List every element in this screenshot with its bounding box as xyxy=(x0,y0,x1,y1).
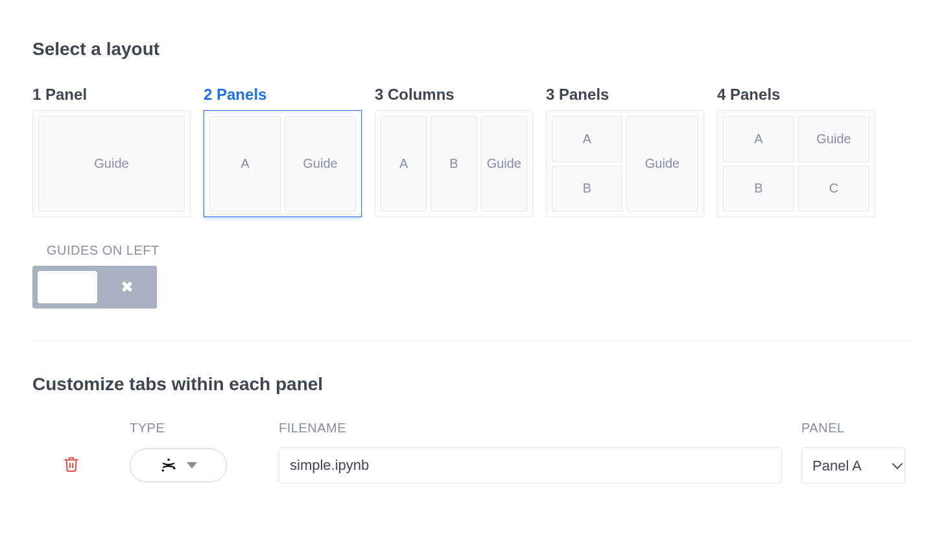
section-divider xyxy=(32,341,912,342)
panel-select[interactable]: Panel A xyxy=(801,447,905,484)
toggle-on-segment[interactable] xyxy=(38,271,97,303)
layout-title: 2 Panels xyxy=(204,86,362,104)
tabs-columns-header: TYPE FILENAME PANEL xyxy=(32,421,912,436)
layout-option-3-columns[interactable]: 3 Columns A B Guide xyxy=(375,86,533,217)
guides-on-left-label: GUIDES ON LEFT xyxy=(47,243,912,258)
layout-cell: Guide xyxy=(38,116,185,211)
col-header-type: TYPE xyxy=(130,421,259,436)
filename-input[interactable] xyxy=(279,447,782,484)
layout-cell: Guide xyxy=(626,116,698,211)
layout-cell: B xyxy=(431,116,477,211)
layout-cell: A xyxy=(381,116,427,211)
layout-cell: Guide xyxy=(481,116,527,211)
layout-preview: A B Guide xyxy=(375,110,533,217)
jupyter-icon xyxy=(159,456,178,474)
layout-cell: A xyxy=(552,116,622,162)
close-icon: ✖ xyxy=(121,278,134,296)
layout-title: 4 Panels xyxy=(717,86,875,104)
layout-cell: Guide xyxy=(285,116,356,211)
layout-cell: C xyxy=(798,166,869,212)
chevron-down-icon xyxy=(187,462,197,469)
col-header-filename: FILENAME xyxy=(279,421,782,436)
layout-options-row: 1 Panel Guide 2 Panels A Guide 3 Columns… xyxy=(32,86,912,217)
svg-point-2 xyxy=(162,469,165,472)
section-title-select-layout: Select a layout xyxy=(32,39,912,60)
layout-preview: A B Guide xyxy=(546,110,704,217)
col-header-panel: PANEL xyxy=(801,421,912,436)
layout-cell: Guide xyxy=(798,116,869,162)
layout-option-4-panels[interactable]: 4 Panels A B Guide C xyxy=(717,86,875,217)
layout-title: 3 Panels xyxy=(546,86,704,104)
layout-cell: A xyxy=(209,116,281,211)
layout-option-1-panel[interactable]: 1 Panel Guide xyxy=(32,86,191,217)
layout-title: 1 Panel xyxy=(32,86,191,104)
layout-cell: B xyxy=(552,166,622,212)
svg-point-0 xyxy=(167,459,170,461)
tab-row: Panel A xyxy=(32,447,912,484)
layout-option-2-panels[interactable]: 2 Panels A Guide xyxy=(204,86,362,217)
trash-icon[interactable] xyxy=(63,456,80,475)
layout-cell: A xyxy=(723,116,794,162)
type-selector[interactable] xyxy=(130,449,227,482)
toggle-off-segment[interactable]: ✖ xyxy=(97,266,157,309)
layout-option-3-panels[interactable]: 3 Panels A B Guide xyxy=(546,86,704,217)
section-title-customize-tabs: Customize tabs within each panel xyxy=(32,374,912,395)
layout-cell: B xyxy=(723,166,794,212)
layout-preview: A B Guide C xyxy=(717,110,875,217)
layout-preview: A Guide xyxy=(204,110,362,217)
guides-on-left-toggle[interactable]: ✖ xyxy=(32,266,157,309)
layout-preview: Guide xyxy=(32,110,191,217)
layout-title: 3 Columns xyxy=(375,86,533,104)
